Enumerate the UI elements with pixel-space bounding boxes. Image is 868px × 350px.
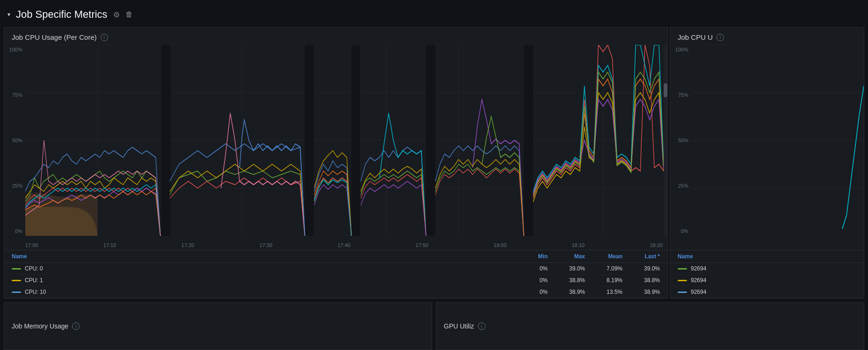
right-legend-name-2: 92694 [678,289,856,295]
x-label-1710: 17:10 [103,242,116,248]
collapse-icon[interactable]: ▾ [7,11,10,18]
panel-header-left: Job CPU Usage (Per Core) i [4,28,667,45]
right-legend-label-1: 92694 [691,277,706,284]
legend-name-cpu0: CPU: 0 [12,265,510,272]
legend-header: Name Min Max Mean Last * [4,250,667,263]
legend-max-cpu10: 38.9% [548,289,585,295]
x-label-1740: 17:40 [338,242,351,248]
scrollbar-thumb[interactable] [664,83,667,97]
x-label-1730: 17:30 [260,242,273,248]
info-icon-gpu[interactable]: i [478,322,485,330]
bottom-row: Job Memory Usage i GPU Utiliz i [0,299,868,350]
section-header: ▾ Job Specific Metrics ⚙ 🗑 [0,0,868,27]
legend-last-cpu10: 38.9% [622,289,660,295]
legend-min-cpu1: 0% [510,277,548,284]
svg-rect-15 [351,45,360,236]
left-panel-title: Job CPU Usage (Per Core) [12,33,97,41]
y-label-0: 0% [4,228,25,234]
right-legend-name-0: 92694 [678,265,856,272]
y-axis-labels-right: 100% 75% 50% 25% 0% [670,45,691,236]
delete-icon[interactable]: 🗑 [125,10,133,19]
svg-rect-16 [426,45,435,236]
legend-row-cpu0: CPU: 0 0% 39.0% 7.09% 39.0% [4,263,667,275]
legend-col-name: Name [12,253,510,260]
y-label-50: 50% [4,138,25,143]
legend-mean-cpu1: 8.19% [585,277,622,284]
legend-min-cpu0: 0% [510,265,548,272]
left-chart-svg [25,45,664,236]
right-y-label-100: 100% [670,47,691,52]
legend-mean-cpu0: 7.09% [585,265,622,272]
right-y-label-75: 75% [670,92,691,98]
svg-rect-14 [305,45,314,236]
right-legend-color-2 [678,292,687,293]
scrollbar-track[interactable] [664,45,667,236]
right-legend-row-1: 92694 [670,275,864,286]
y-label-75: 75% [4,92,25,98]
legend-col-last: Last * [622,253,660,260]
x-label-1810: 18:10 [571,242,585,248]
right-legend-label-0: 92694 [691,265,706,272]
legend-label-cpu1: CPU: 1 [25,277,43,284]
x-label-1800: 18:00 [494,242,507,248]
legend-color-cpu10 [12,292,21,293]
right-chart-svg [691,45,864,236]
legend-last-cpu1: 38.8% [622,277,660,284]
right-y-label-50: 50% [670,138,691,143]
legend-color-cpu0 [12,268,21,270]
right-chart-legend: Name 92694 92694 [670,250,864,298]
legend-max-cpu0: 39.0% [548,265,585,272]
right-y-label-25: 25% [670,183,691,189]
right-panel-title: Job CPU U [678,33,713,41]
legend-label-cpu10: CPU: 10 [25,289,46,295]
panels-row: Job CPU Usage (Per Core) i 100% 75% 50% … [0,27,868,299]
right-legend-color-1 [678,280,687,281]
y-label-25: 25% [4,183,25,189]
right-legend-row-2: 92694 [670,286,864,298]
legend-mean-cpu10: 13.5% [585,289,622,295]
legend-max-cpu1: 38.8% [548,277,585,284]
x-label-1750: 17:50 [416,242,429,248]
legend-name-cpu1: CPU: 1 [12,277,510,284]
x-label-1720: 17:20 [181,242,195,248]
legend-col-max: Max [548,253,585,260]
y-label-100: 100% [4,47,25,52]
right-legend-color-0 [678,268,687,270]
right-chart-area: 100% 75% 50% 25% 0% [670,45,864,250]
x-label-1700: 17:00 [25,242,38,248]
page-wrapper: ▾ Job Specific Metrics ⚙ 🗑 Job CPU Usage… [0,0,868,350]
svg-rect-13 [161,45,171,236]
right-legend-row-0: 92694 [670,263,864,275]
y-axis-labels-left: 100% 75% 50% 25% 0% [4,45,25,236]
legend-min-cpu10: 0% [510,289,548,295]
legend-last-cpu0: 39.0% [622,265,660,272]
right-legend-label-2: 92694 [691,289,706,295]
x-label-1820: 18:20 [650,242,663,248]
section-title: Job Specific Metrics [16,8,108,21]
info-icon-right[interactable]: i [716,34,724,41]
svg-rect-17 [524,45,533,236]
left-chart-legend: Name Min Max Mean Last * CPU: 0 0% 39.0%… [4,250,667,298]
right-x-axis-labels [691,241,864,250]
panel-header-right: Job CPU U i [670,28,864,45]
bottom-panel-memory: Job Memory Usage i [4,302,432,350]
legend-label-cpu0: CPU: 0 [25,265,43,272]
x-axis-labels: 17:00 17:10 17:20 17:30 17:40 17:50 18:0… [25,241,663,250]
legend-row-cpu1: CPU: 1 0% 38.8% 8.19% 38.8% [4,275,667,286]
info-icon-left[interactable]: i [101,34,108,41]
left-chart-panel: Job CPU Usage (Per Core) i 100% 75% 50% … [4,27,668,299]
legend-col-min: Min [510,253,548,260]
legend-row-cpu10: CPU: 10 0% 38.9% 13.5% 38.9% [4,286,667,298]
legend-color-cpu1 [12,280,21,281]
bottom-panel-gpu: GPU Utiliz i [436,302,864,350]
right-legend-name-1: 92694 [678,277,856,284]
left-chart-area: 100% 75% 50% 25% 0% [4,45,667,250]
right-y-label-0: 0% [670,228,691,234]
legend-col-mean: Mean [585,253,622,260]
legend-name-cpu10: CPU: 10 [12,289,510,295]
info-icon-memory[interactable]: i [72,322,80,330]
bottom-panel-gpu-title: GPU Utiliz [444,322,474,330]
settings-icon[interactable]: ⚙ [113,10,120,19]
right-legend-col-name: Name [678,253,856,260]
right-legend-header: Name [670,250,864,263]
